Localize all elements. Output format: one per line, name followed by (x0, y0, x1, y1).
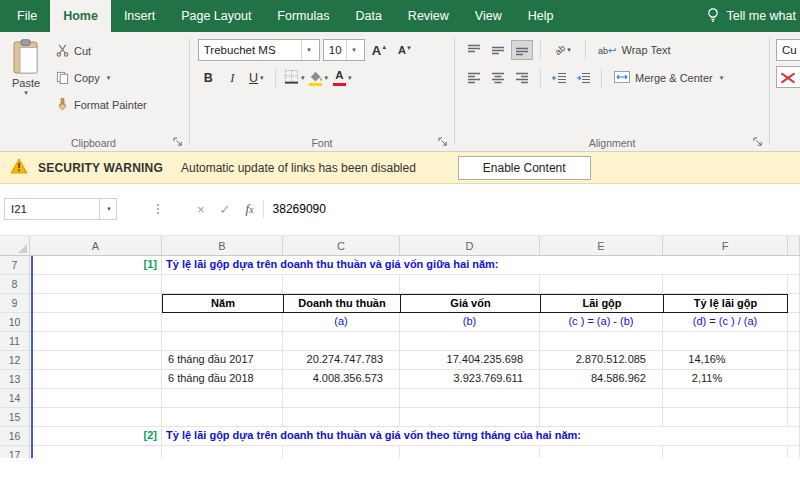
tab-review[interactable]: Review (395, 0, 462, 32)
font-color-button[interactable]: A ▾ (332, 67, 353, 89)
cell[interactable] (30, 370, 162, 389)
align-left-button[interactable] (463, 68, 485, 88)
cell[interactable] (400, 332, 540, 351)
cell-c10[interactable]: (a) (283, 313, 400, 332)
row-number[interactable]: 9 (0, 294, 30, 313)
font-size-combobox[interactable]: 10 ▾ (323, 39, 365, 61)
cell-d9-header[interactable]: Giá vốn (400, 294, 540, 313)
cell[interactable] (540, 408, 663, 427)
cell[interactable] (283, 408, 400, 427)
fill-color-dropdown-icon[interactable]: ▾ (325, 74, 329, 82)
column-header-c[interactable]: C (283, 236, 400, 256)
cell[interactable] (663, 389, 788, 408)
copy-dropdown-icon[interactable]: ▾ (107, 74, 111, 82)
merge-center-button[interactable]: Merge & Center ▾ (609, 67, 728, 89)
enter-check-icon[interactable]: ✓ (220, 202, 231, 217)
row-number[interactable]: 12 (0, 351, 30, 370)
underline-button[interactable]: U▾ (246, 67, 267, 89)
cell[interactable] (30, 313, 162, 332)
tell-me-box[interactable]: Tell me what (706, 0, 800, 32)
orientation-button[interactable]: ab ▾ (548, 40, 578, 60)
cell[interactable] (283, 389, 400, 408)
cell[interactable] (788, 370, 800, 389)
cell[interactable] (788, 332, 800, 351)
paste-dropdown-icon[interactable]: ▾ (24, 89, 28, 97)
column-header-f[interactable]: F (663, 236, 788, 256)
tab-formulas[interactable]: Formulas (264, 0, 342, 32)
cell[interactable] (30, 408, 162, 427)
cell[interactable] (162, 275, 283, 294)
clipboard-dialog-launcher[interactable] (172, 136, 184, 148)
cell[interactable] (788, 351, 800, 370)
cell[interactable] (663, 446, 788, 458)
cell-d13[interactable]: 3.923.769.611 (400, 370, 540, 389)
align-right-button[interactable] (511, 68, 533, 88)
cell[interactable] (400, 389, 540, 408)
row-number[interactable]: 10 (0, 313, 30, 332)
cell[interactable] (162, 313, 283, 332)
cell-f12[interactable]: 14,16% (663, 351, 788, 370)
column-header-e[interactable]: E (540, 236, 663, 256)
cell[interactable] (283, 332, 400, 351)
column-header-partial[interactable] (788, 236, 800, 256)
cell[interactable] (30, 332, 162, 351)
font-name-dropdown-icon[interactable]: ▾ (301, 40, 314, 60)
cell-e12[interactable]: 2.870.512.085 (540, 351, 663, 370)
row-number[interactable]: 15 (0, 408, 30, 427)
formula-input[interactable]: 38269090 (273, 202, 326, 216)
borders-dropdown-icon[interactable]: ▾ (301, 74, 305, 82)
cut-button[interactable]: Cut (52, 41, 151, 61)
tab-help[interactable]: Help (515, 0, 567, 32)
cell[interactable] (788, 446, 800, 458)
cell[interactable] (788, 294, 800, 313)
cell-c12[interactable]: 20.274.747.783 (283, 351, 400, 370)
cell-e9-header[interactable]: Lãi gộp (540, 294, 663, 313)
row-number[interactable]: 14 (0, 389, 30, 408)
tab-home[interactable]: Home (50, 0, 111, 32)
alignment-dialog-launcher[interactable] (752, 136, 764, 148)
cell[interactable] (663, 408, 788, 427)
cell-c9-header[interactable]: Doanh thu thuần (283, 294, 400, 313)
cell[interactable] (540, 389, 663, 408)
cell-e10[interactable]: (c ) = (a) - (b) (540, 313, 663, 332)
name-box-dropdown-icon[interactable]: ▾ (100, 198, 117, 220)
cell[interactable] (30, 351, 162, 370)
paste-button[interactable]: Paste ▾ (0, 34, 52, 134)
decrease-indent-button[interactable] (548, 68, 570, 88)
column-header-a[interactable]: A (30, 236, 162, 256)
underline-dropdown-icon[interactable]: ▾ (260, 74, 264, 82)
align-bottom-button[interactable] (511, 40, 533, 60)
cell[interactable] (788, 389, 800, 408)
cell[interactable] (162, 332, 283, 351)
cell-a7[interactable]: [1] (30, 256, 162, 275)
cell-c13[interactable]: 4.008.356.573 (283, 370, 400, 389)
cell[interactable] (400, 275, 540, 294)
orientation-dropdown-icon[interactable]: ▾ (567, 46, 571, 54)
font-size-dropdown-icon[interactable]: ▾ (346, 40, 359, 60)
increase-indent-button[interactable] (572, 68, 594, 88)
font-dialog-launcher[interactable] (437, 136, 449, 148)
cell[interactable] (162, 389, 283, 408)
merge-center-dropdown-icon[interactable]: ▾ (720, 74, 724, 82)
cell[interactable] (283, 275, 400, 294)
cell-d10[interactable]: (b) (400, 313, 540, 332)
cancel-icon[interactable]: × (197, 202, 205, 217)
cell-b9-header[interactable]: Năm (162, 294, 283, 313)
tab-view[interactable]: View (462, 0, 515, 32)
align-top-button[interactable] (463, 40, 485, 60)
cell[interactable] (540, 446, 663, 458)
cell[interactable] (30, 446, 162, 458)
wrap-text-button[interactable]: ab↩ Wrap Text (593, 39, 676, 61)
number-format-icon[interactable] (776, 66, 800, 88)
cell[interactable] (30, 275, 162, 294)
row-number[interactable]: 17 (0, 446, 30, 458)
font-color-dropdown-icon[interactable]: ▾ (348, 74, 352, 82)
bold-button[interactable]: B (198, 67, 219, 89)
cell-b13[interactable]: 6 tháng đầu 2018 (162, 370, 283, 389)
cell[interactable] (788, 313, 800, 332)
cell-b16-section-title[interactable]: Tỷ lệ lãi gộp dựa trên doanh thu thuần v… (162, 427, 800, 446)
format-painter-button[interactable]: Format Painter (52, 95, 151, 115)
decrease-font-size-button[interactable]: A▼ (394, 44, 416, 56)
tab-insert[interactable]: Insert (111, 0, 168, 32)
cell-a16[interactable]: [2] (30, 427, 162, 446)
